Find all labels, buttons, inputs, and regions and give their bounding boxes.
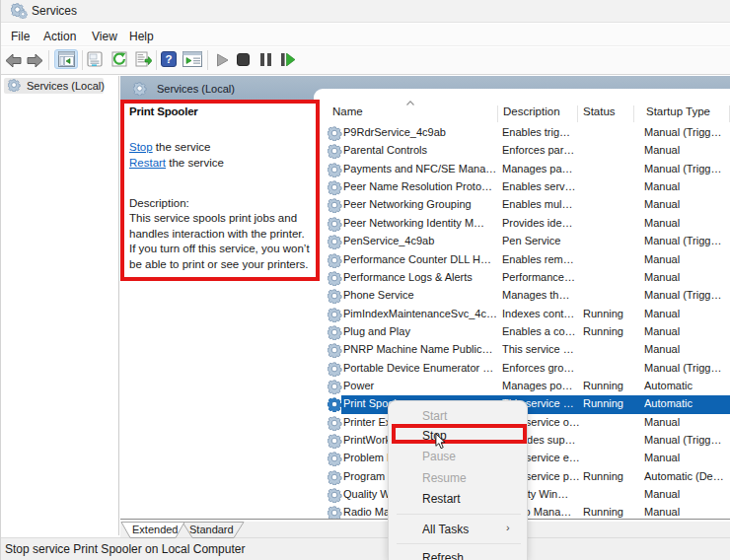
svg-text:?: ? [165, 53, 172, 65]
